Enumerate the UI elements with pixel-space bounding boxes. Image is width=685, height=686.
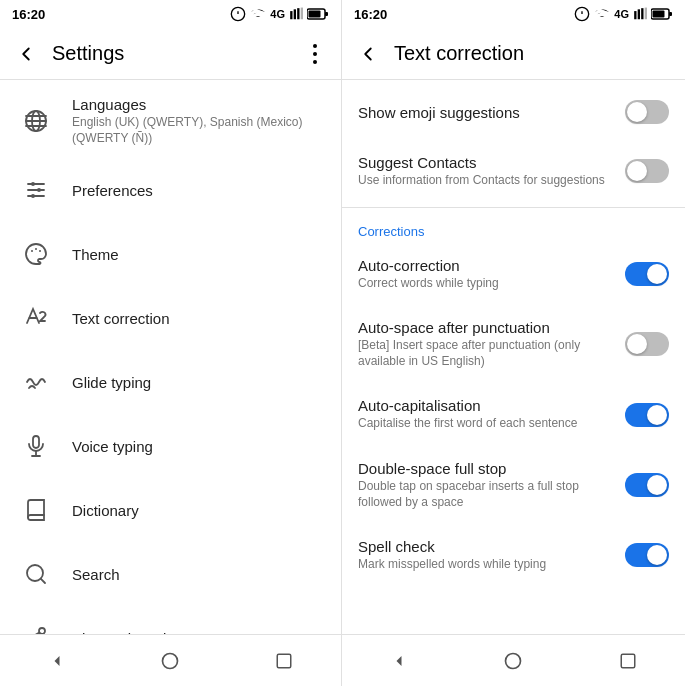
preferences-label: Preferences [72, 182, 325, 199]
text-correction-text: Text correction [72, 310, 325, 327]
auto-correction-toggle[interactable] [625, 262, 669, 286]
show-emoji-toggle[interactable] [625, 100, 669, 124]
right-back-button[interactable] [350, 36, 386, 72]
nav-item-share-gboard[interactable]: Share Gboard [0, 606, 341, 634]
settings-nav-list: Languages English (UK) (QWERTY), Spanish… [0, 80, 341, 634]
text-correction-icon [16, 298, 56, 338]
nav-item-search[interactable]: Search [0, 542, 341, 606]
svg-line-31 [41, 579, 45, 583]
double-space-toggle[interactable] [625, 473, 669, 497]
left-bottom-nav [0, 634, 341, 686]
svg-rect-6 [301, 8, 303, 20]
text-correction-label: Text correction [72, 310, 325, 327]
svg-point-24 [31, 250, 33, 252]
double-space-thumb [647, 475, 667, 495]
auto-space-item[interactable]: Auto-space after punctuation [Beta] Inse… [342, 305, 685, 383]
more-options-button[interactable] [297, 36, 333, 72]
right-panel-title: Text correction [394, 42, 677, 65]
spell-check-thumb [647, 545, 667, 565]
right-status-time: 16:20 [354, 7, 387, 22]
svg-rect-42 [277, 654, 291, 668]
show-emoji-label: Show emoji suggestions [358, 104, 613, 121]
text-correction-settings: Show emoji suggestions Suggest Contacts … [342, 80, 685, 634]
double-space-item[interactable]: Double-space full stop Double tap on spa… [342, 446, 685, 524]
left-status-icons: 4G [230, 6, 329, 22]
share-icon [16, 618, 56, 634]
svg-rect-48 [641, 8, 643, 19]
svg-point-54 [506, 653, 521, 668]
svg-rect-47 [638, 9, 640, 19]
nav-item-languages[interactable]: Languages English (UK) (QWERTY), Spanish… [0, 84, 341, 158]
auto-space-toggle[interactable] [625, 332, 669, 356]
right-panel: 16:20 4G Text correction Show emoji sugg… [342, 0, 685, 686]
left-status-bar: 16:20 4G [0, 0, 341, 28]
book-icon [16, 490, 56, 530]
auto-correction-item[interactable]: Auto-correction Correct words while typi… [342, 243, 685, 306]
double-space-sublabel: Double tap on spacebar inserts a full st… [358, 479, 613, 510]
nav-item-text-correction[interactable]: Text correction [0, 286, 341, 350]
svg-rect-4 [294, 9, 296, 19]
svg-point-23 [31, 194, 35, 198]
suggest-contacts-sublabel: Use information from Contacts for sugges… [358, 173, 613, 189]
double-space-label: Double-space full stop [358, 460, 613, 477]
svg-point-21 [31, 182, 35, 186]
spell-check-item[interactable]: Spell check Mark misspelled words while … [342, 524, 685, 587]
right-recents-button[interactable] [603, 643, 653, 679]
auto-correction-label: Auto-correction [358, 257, 613, 274]
svg-rect-55 [621, 654, 635, 668]
nav-item-theme[interactable]: Theme [0, 222, 341, 286]
suggest-contacts-toggle[interactable] [625, 159, 669, 183]
right-home-button[interactable] [488, 643, 538, 679]
sliders-icon [16, 170, 56, 210]
auto-space-sublabel: [Beta] Insert space after punctuation (o… [358, 338, 613, 369]
palette-icon [16, 234, 56, 274]
spell-check-text: Spell check Mark misspelled words while … [358, 538, 613, 573]
right-bottom-nav [342, 634, 685, 686]
auto-capitalisation-text: Auto-capitalisation Capitalise the first… [358, 397, 613, 432]
svg-point-25 [35, 248, 37, 250]
glide-icon [16, 362, 56, 402]
dictionary-label: Dictionary [72, 502, 325, 519]
home-button[interactable] [145, 643, 195, 679]
nav-item-preferences[interactable]: Preferences [0, 158, 341, 222]
svg-marker-40 [54, 656, 59, 666]
svg-rect-3 [290, 11, 292, 19]
svg-rect-46 [634, 11, 636, 19]
nav-item-voice-typing[interactable]: Voice typing [0, 414, 341, 478]
back-button[interactable] [32, 643, 82, 679]
svg-point-12 [313, 60, 317, 64]
suggest-contacts-item[interactable]: Suggest Contacts Use information from Co… [342, 140, 685, 203]
show-emoji-item[interactable]: Show emoji suggestions [342, 84, 685, 140]
globe-icon [16, 101, 56, 141]
suggest-contacts-text: Suggest Contacts Use information from Co… [358, 154, 613, 189]
glide-typing-text: Glide typing [72, 374, 325, 391]
svg-rect-51 [653, 11, 665, 18]
svg-rect-27 [33, 436, 39, 448]
svg-point-26 [39, 250, 41, 252]
auto-capitalisation-item[interactable]: Auto-capitalisation Capitalise the first… [342, 383, 685, 446]
svg-rect-5 [297, 8, 299, 19]
auto-correction-text: Auto-correction Correct words while typi… [358, 257, 613, 292]
languages-sublabel: English (UK) (QWERTY), Spanish (Mexico) … [72, 115, 325, 146]
right-top-bar: Text correction [342, 28, 685, 80]
auto-capitalisation-toggle[interactable] [625, 403, 669, 427]
glide-typing-label: Glide typing [72, 374, 325, 391]
svg-rect-9 [325, 12, 328, 16]
svg-rect-8 [309, 11, 321, 18]
recents-button[interactable] [259, 643, 309, 679]
svg-point-11 [313, 52, 317, 56]
nav-item-dictionary[interactable]: Dictionary [0, 478, 341, 542]
corrections-divider [342, 207, 685, 208]
show-emoji-thumb [627, 102, 647, 122]
suggest-contacts-label: Suggest Contacts [358, 154, 613, 171]
spell-check-label: Spell check [358, 538, 613, 555]
svg-marker-53 [397, 656, 402, 666]
left-status-time: 16:20 [12, 7, 45, 22]
spell-check-toggle[interactable] [625, 543, 669, 567]
left-back-button[interactable] [8, 36, 44, 72]
preferences-text: Preferences [72, 182, 325, 199]
right-back-nav-button[interactable] [374, 643, 424, 679]
nav-item-glide-typing[interactable]: Glide typing [0, 350, 341, 414]
left-top-bar: Settings [0, 28, 341, 80]
svg-rect-49 [645, 8, 647, 20]
